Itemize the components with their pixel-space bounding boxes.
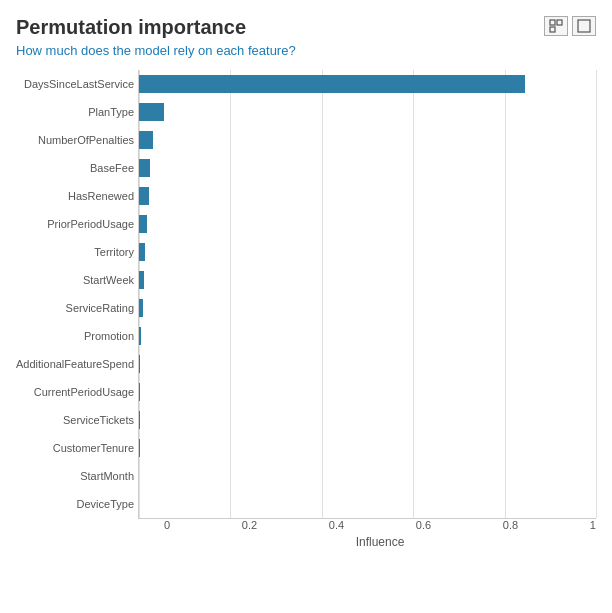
x-tick-label: 1 <box>590 519 596 531</box>
y-label: AdditionalFeatureSpend <box>16 350 134 378</box>
y-label: ServiceRating <box>66 294 134 322</box>
bottom-section: 00.20.40.60.81 Influence <box>164 519 596 549</box>
bar <box>139 159 150 177</box>
expand-icon <box>549 19 563 33</box>
bar-row <box>139 182 596 210</box>
x-axis-labels: 00.20.40.60.81 <box>164 519 596 531</box>
bar-row <box>139 350 596 378</box>
y-label: NumberOfPenalties <box>38 126 134 154</box>
y-label: PriorPeriodUsage <box>47 210 134 238</box>
y-label: PlanType <box>88 98 134 126</box>
svg-rect-1 <box>557 20 562 25</box>
x-tick-label: 0.8 <box>503 519 518 531</box>
bar <box>139 215 147 233</box>
bars-container <box>138 70 596 519</box>
y-label: BaseFee <box>90 154 134 182</box>
bar-row <box>139 266 596 294</box>
y-label: DaysSinceLastService <box>24 70 134 98</box>
x-axis-title: Influence <box>164 535 596 549</box>
chart-area: DaysSinceLastServicePlanTypeNumberOfPena… <box>16 70 596 549</box>
svg-rect-0 <box>550 20 555 25</box>
y-label: Territory <box>94 238 134 266</box>
bar <box>139 327 141 345</box>
bar <box>139 75 525 93</box>
bar-row <box>139 210 596 238</box>
chart-title: Permutation importance <box>16 16 596 39</box>
bar-row <box>139 126 596 154</box>
bar <box>139 103 164 121</box>
bar <box>139 243 145 261</box>
bar-row <box>139 238 596 266</box>
x-tick-label: 0.4 <box>329 519 344 531</box>
svg-rect-3 <box>578 20 590 32</box>
bar-row <box>139 490 596 518</box>
toolbar <box>544 16 596 36</box>
bar-row <box>139 294 596 322</box>
bar <box>139 131 153 149</box>
expand-button[interactable] <box>544 16 568 36</box>
x-tick-label: 0.6 <box>416 519 431 531</box>
y-label: CurrentPeriodUsage <box>34 378 134 406</box>
y-label: StartWeek <box>83 266 134 294</box>
y-label: StartMonth <box>80 462 134 490</box>
bar <box>139 299 143 317</box>
main-container: Permutation importance How much does the… <box>0 0 612 613</box>
bar-row <box>139 434 596 462</box>
bar <box>139 187 149 205</box>
y-labels: DaysSinceLastServicePlanTypeNumberOfPena… <box>16 70 138 519</box>
bar-row <box>139 98 596 126</box>
bar-row <box>139 322 596 350</box>
bar-row <box>139 462 596 490</box>
bar <box>139 271 144 289</box>
collapse-icon <box>577 19 591 33</box>
y-label: CustomerTenure <box>53 434 134 462</box>
collapse-button[interactable] <box>572 16 596 36</box>
bar-row <box>139 406 596 434</box>
grid-line <box>596 70 597 518</box>
y-label: DeviceType <box>77 490 134 518</box>
x-tick-label: 0.2 <box>242 519 257 531</box>
y-label: Promotion <box>84 322 134 350</box>
chart-subtitle: How much does the model rely on each fea… <box>16 43 596 58</box>
chart-inner: DaysSinceLastServicePlanTypeNumberOfPena… <box>16 70 596 519</box>
x-tick-label: 0 <box>164 519 170 531</box>
svg-rect-2 <box>550 27 555 32</box>
y-label: ServiceTickets <box>63 406 134 434</box>
y-label: HasRenewed <box>68 182 134 210</box>
bar-row <box>139 378 596 406</box>
bar-row <box>139 154 596 182</box>
bar-row <box>139 70 596 98</box>
